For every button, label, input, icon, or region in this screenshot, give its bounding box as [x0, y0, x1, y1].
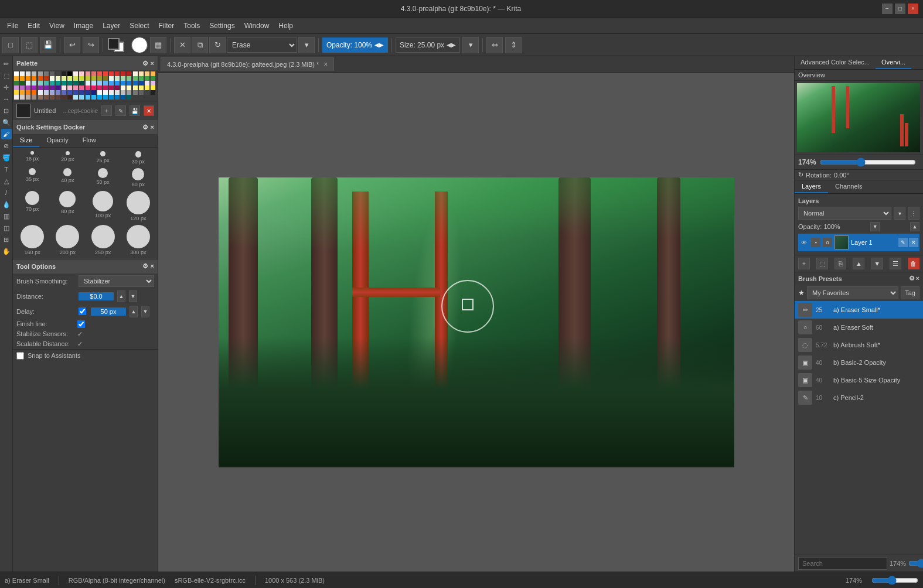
zoom-slider[interactable]	[820, 158, 916, 167]
status-zoom-slider[interactable]	[871, 576, 918, 585]
palette-swatch-54[interactable]	[50, 81, 55, 86]
palette-swatch-84[interactable]	[86, 86, 90, 90]
layer-edit-btn[interactable]: ✎	[898, 238, 908, 247]
palette-swatch-121[interactable]	[20, 95, 25, 100]
palette-swatch-129[interactable]	[67, 95, 72, 100]
palette-swatch-19[interactable]	[127, 71, 131, 76]
tool-transform[interactable]: ✛	[1, 82, 12, 93]
snap-to-assistants-row[interactable]: Snap to Assistants	[13, 349, 158, 362]
tool-options-header[interactable]: Tool Options ⚙ ×	[13, 259, 158, 274]
brush-size-item-50[interactable]: 50 px	[86, 167, 120, 189]
palette-close-icon[interactable]: ×	[151, 60, 154, 67]
palette-swatch-82[interactable]	[73, 86, 78, 90]
zoom-right-slider[interactable]	[908, 559, 923, 568]
palette-swatch-88[interactable]	[109, 86, 114, 90]
palette-swatch-85[interactable]	[91, 86, 96, 90]
palette-swatch-76[interactable]	[38, 86, 43, 90]
palette-swatch-114[interactable]	[121, 90, 125, 95]
palette-swatch-44[interactable]	[133, 76, 138, 81]
brush-size-item-120[interactable]: 120 px	[121, 190, 155, 223]
palette-swatch-106[interactable]	[73, 90, 78, 95]
palette-swatch-86[interactable]	[97, 86, 102, 90]
delete-layer-button[interactable]: 🗑	[908, 258, 919, 269]
tab-channels[interactable]: Channels	[828, 180, 869, 193]
palette-swatch-139[interactable]	[127, 95, 131, 100]
palette-swatch-118[interactable]	[145, 90, 149, 95]
opacity-arrows[interactable]: ◀▶	[374, 42, 384, 48]
palette-swatch-108[interactable]	[86, 90, 90, 95]
tab-flow[interactable]: Flow	[76, 134, 103, 147]
palette-swatch-98[interactable]	[26, 90, 30, 95]
delay-down[interactable]: ▼	[141, 306, 149, 317]
palette-swatch-47[interactable]	[151, 76, 155, 81]
palette-swatch-91[interactable]	[127, 86, 131, 90]
overview-thumbnail[interactable]	[797, 83, 920, 152]
palette-swatch-97[interactable]	[20, 90, 25, 95]
menu-item-layer[interactable]: Layer	[98, 19, 125, 32]
palette-swatch-122[interactable]	[26, 95, 30, 100]
minimize-button[interactable]: −	[882, 4, 893, 14]
palette-swatch-135[interactable]	[103, 95, 108, 100]
palette-swatch-81[interactable]	[67, 86, 72, 90]
foreground-color[interactable]	[108, 38, 120, 50]
bp-tag-button[interactable]: Tag	[901, 286, 919, 299]
palette-swatch-119[interactable]	[151, 90, 155, 95]
group-layer-button[interactable]: ⬚	[816, 258, 828, 269]
edit-color-button[interactable]: ✎	[115, 105, 126, 116]
tool-options-settings-icon[interactable]: ⚙	[142, 262, 148, 270]
palette-swatch-6[interactable]	[50, 71, 55, 76]
palette-swatch-132[interactable]	[86, 95, 90, 100]
palette-swatch-8[interactable]	[62, 71, 66, 76]
quick-settings-header[interactable]: Quick Settings Docker ⚙ ×	[13, 120, 158, 134]
palette-swatch-59[interactable]	[79, 81, 84, 86]
palette-swatch-39[interactable]	[103, 76, 108, 81]
palette-swatch-123[interactable]	[32, 95, 36, 100]
palette-swatch-94[interactable]	[145, 86, 149, 90]
size-arrows[interactable]: ◀▶	[447, 42, 456, 48]
palette-swatch-112[interactable]	[109, 90, 114, 95]
palette-swatch-28[interactable]	[38, 76, 43, 81]
canvas-viewport[interactable]	[158, 73, 794, 572]
palette-swatch-35[interactable]	[79, 76, 84, 81]
palette-swatch-68[interactable]	[133, 81, 138, 86]
size-control[interactable]: Size: 25.00 px ◀▶	[396, 37, 460, 53]
delete-color-button[interactable]: ✕	[144, 105, 154, 116]
palette-swatch-72[interactable]	[14, 86, 19, 90]
palette-swatch-110[interactable]	[97, 90, 102, 95]
palette-swatch-37[interactable]	[91, 76, 96, 81]
bp-close-icon[interactable]: ×	[916, 275, 919, 282]
new-button[interactable]: □	[2, 37, 19, 53]
delay-up[interactable]: ▲	[130, 306, 138, 317]
palette-swatch-25[interactable]	[20, 76, 25, 81]
palette-swatch-5[interactable]	[44, 71, 49, 76]
clear-button[interactable]: ✕	[174, 37, 190, 53]
palette-swatch-17[interactable]	[115, 71, 120, 76]
brush-size-item-40[interactable]: 40 px	[50, 167, 84, 189]
tool-smart-patch[interactable]: ⊞	[1, 234, 12, 245]
palette-swatch-61[interactable]	[91, 81, 96, 86]
menu-item-window[interactable]: Window	[240, 19, 274, 32]
palette-swatch-14[interactable]	[97, 71, 102, 76]
palette-swatch-116[interactable]	[133, 90, 138, 95]
palette-swatch-73[interactable]	[20, 86, 25, 90]
palette-swatch-125[interactable]	[44, 95, 49, 100]
palette-swatch-70[interactable]	[145, 81, 149, 86]
palette-swatch-105[interactable]	[67, 90, 72, 95]
menu-item-image[interactable]: Image	[69, 19, 98, 32]
tool-brush[interactable]: 🖌	[1, 129, 12, 139]
palette-swatch-107[interactable]	[79, 90, 84, 95]
palette-swatch-0[interactable]	[14, 71, 19, 76]
brush-size-item-30[interactable]: 30 px	[121, 150, 155, 166]
palette-swatch-49[interactable]	[20, 81, 25, 86]
palette-swatch-9[interactable]	[67, 71, 72, 76]
menu-item-settings[interactable]: Settings	[205, 19, 239, 32]
open-button[interactable]: ⬚	[21, 37, 38, 53]
palette-swatch-4[interactable]	[38, 71, 43, 76]
menu-item-edit[interactable]: Edit	[23, 19, 45, 32]
tool-zoom[interactable]: 🔍	[1, 117, 12, 128]
undo-button[interactable]: ↩	[64, 37, 80, 53]
palette-swatch-51[interactable]	[32, 81, 36, 86]
menu-item-view[interactable]: View	[45, 19, 69, 32]
add-color-button[interactable]: +	[101, 105, 112, 116]
bp-item-3[interactable]: ▣40b) Basic-2 Opacity	[795, 354, 923, 371]
